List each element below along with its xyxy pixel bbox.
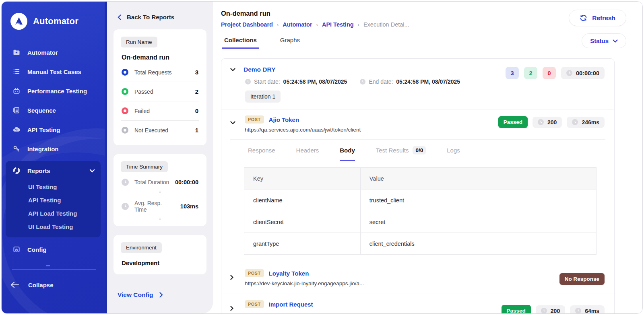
clock-icon [538, 119, 544, 125]
value-cell: secret [360, 211, 596, 233]
sidebar-item-ui-load-testing[interactable]: UI Load Testing [6, 220, 101, 233]
stat-label: Passed [134, 89, 189, 95]
collapse-label: Collapse [28, 282, 54, 288]
chevron-down-icon[interactable] [230, 68, 235, 71]
sidebar-item-label: Performance Testing [27, 88, 87, 95]
iteration-chip: Iteration 1 [245, 91, 281, 103]
main-content: On-demand run Project Dashboard › Automa… [213, 2, 642, 313]
request-header: POST Ajio Token https://qa.services.ajio… [230, 115, 605, 133]
tab-response[interactable]: Response [248, 146, 275, 161]
config-icon [12, 245, 21, 254]
sidebar-item-api-load-testing[interactable]: API Load Testing [6, 207, 101, 220]
divider-dot [159, 218, 161, 220]
body-key-value-table: Key Value clientName trusted_client clie… [244, 167, 597, 255]
sidebar-item-performance-testing[interactable]: Performance Testing [2, 81, 105, 101]
status-badge: Passed [498, 116, 528, 128]
response-time-pill: 64ms [570, 305, 605, 314]
request-import-request: POST Import Request Passed 200 [221, 294, 614, 313]
tab-collections[interactable]: Collections [222, 37, 259, 49]
list-icon [12, 67, 21, 76]
run-name-chip: Run Name [121, 37, 157, 47]
value-cell: trusted_client [360, 189, 596, 211]
request-name[interactable]: Ajio Token [269, 116, 299, 123]
sidebar-item-label: API Load Testing [28, 210, 77, 217]
sidebar-item-label: Config [27, 246, 46, 253]
sidebar-item-label: API Testing [27, 126, 60, 133]
passed-donut-icon [122, 88, 128, 95]
document-icon [12, 106, 21, 115]
view-config-link[interactable]: View Config [118, 291, 206, 299]
tab-body[interactable]: Body [340, 146, 355, 161]
chevron-right-icon[interactable] [230, 275, 236, 280]
stat-label: Failed [134, 108, 189, 114]
tab-logs[interactable]: Logs [447, 146, 460, 161]
request-url: https://qa.services.ajio.com/uaas/jwt/to… [245, 127, 361, 133]
robot-icon [12, 86, 21, 95]
refresh-button[interactable]: Refresh [569, 10, 626, 26]
sidebar-nav: Automator Manual Test Cases Performance … [2, 43, 105, 294]
sidebar-item-config[interactable]: Config [2, 240, 105, 259]
request-main: POST Import Request [245, 300, 313, 308]
method-badge: POST [245, 300, 264, 308]
collapse-button[interactable]: Collapse [2, 270, 105, 294]
back-to-reports-link[interactable]: Back To Reports [114, 14, 206, 21]
sidebar-item-sequence[interactable]: Sequence [2, 101, 105, 120]
response-code: 200 [551, 308, 560, 314]
sidebar-item-label: UI Testing [28, 183, 57, 190]
sidebar-item-automator[interactable]: Automator [2, 43, 105, 62]
time-summary-card: Time Summary Total Duration 00:00:00 Avg… [114, 154, 206, 226]
request-name[interactable]: Loyalty Token [269, 270, 309, 277]
chevron-down-icon[interactable] [230, 121, 236, 124]
breadcrumb-item[interactable]: API Testing [322, 21, 354, 28]
stat-label: Not Executed [134, 127, 189, 134]
failed-count-badge: 0 [543, 67, 556, 79]
request-detail-tabs: Response Headers Body Test Results 0/0 L… [230, 139, 605, 161]
tab-test-results[interactable]: Test Results 0/0 [376, 146, 426, 161]
header-left: On-demand run Project Dashboard › Automa… [221, 10, 409, 49]
response-time: 64ms [585, 308, 599, 314]
sidebar-item-manual-test-cases[interactable]: Manual Test Cases [2, 62, 105, 81]
chevron-right-icon[interactable] [230, 306, 236, 311]
duration-badge: 00:00:00 [561, 67, 605, 79]
start-date-value: 05:24:58 PM, 08/07/2025 [283, 78, 347, 85]
total-count-badge: 3 [506, 67, 519, 79]
sidebar: Automator Automator Manual Test Cases Pe… [2, 2, 107, 313]
chevron-left-icon [118, 14, 121, 20]
table-header-row: Key Value [244, 168, 597, 189]
reports-donut-icon [12, 166, 21, 175]
breadcrumb: Project Dashboard › Automator › API Test… [221, 21, 409, 28]
chevron-down-icon [613, 39, 618, 43]
tab-graphs[interactable]: Graphs [278, 37, 302, 49]
table-row: clientName trusted_client [244, 189, 597, 211]
response-code: 200 [547, 119, 557, 126]
status-badge: No Response [559, 273, 605, 285]
environment-card: Environment Development [114, 235, 206, 274]
sidebar-item-reports[interactable]: Reports [6, 161, 101, 180]
collection-name[interactable]: Demo DRY [244, 66, 276, 73]
brand-logo-icon [10, 13, 27, 30]
failed-donut-icon [122, 107, 128, 114]
request-loyalty-token: POST Loyalty Token https://dev-keycloak.… [221, 263, 614, 294]
duration-value: 00:00:00 [576, 70, 599, 76]
breadcrumb-item[interactable]: Automator [283, 21, 312, 28]
time-label: Avg. Resp. Time [134, 200, 175, 213]
view-config-label: View Config [118, 291, 153, 299]
sidebar-item-ui-testing[interactable]: UI Testing [6, 180, 101, 194]
key-cell: grantType [244, 233, 361, 255]
status-dropdown[interactable]: Status [582, 33, 626, 48]
clock-icon [572, 119, 578, 125]
breadcrumb-item[interactable]: Project Dashboard [221, 21, 273, 28]
tab-headers[interactable]: Headers [296, 146, 319, 161]
table-row: clientSecret secret [244, 211, 597, 233]
sidebar-item-api-testing[interactable]: API Testing [2, 120, 105, 139]
sidebar-item-integration[interactable]: Integration [2, 139, 105, 159]
sidebar-dash [46, 266, 50, 266]
main-tabs: Collections Graphs [222, 37, 409, 49]
test-results-count-badge: 0/0 [413, 146, 426, 154]
request-name[interactable]: Import Request [269, 301, 313, 308]
sidebar-item-api-testing-report[interactable]: API Testing [6, 194, 101, 207]
stat-value: 1 [195, 127, 198, 134]
stat-value: 0 [195, 107, 198, 114]
collection-dates: Start date: 05:24:58 PM, 08/07/2025 End … [245, 78, 605, 85]
status-label: Status [590, 37, 609, 44]
